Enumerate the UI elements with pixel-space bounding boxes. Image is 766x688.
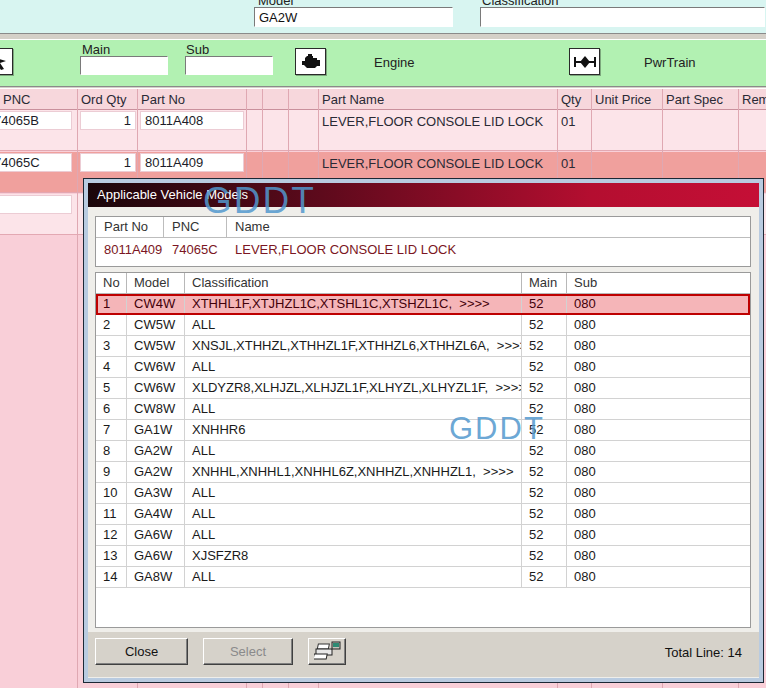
part-name-cell: LEVER,FLOOR CONSOLE LID LOCK [322,153,543,174]
col-header-classification: Classification [185,273,522,293]
partno-field[interactable]: 8011A408 [140,111,244,130]
classification-cell: ALL [185,483,522,503]
col-header-no: No [96,273,127,293]
col-header-name: Name [227,217,750,237]
sub-cell: 080 [567,567,750,587]
col-header-unitprice: Unit Price [595,89,651,110]
ordqty-field[interactable]: 1 [80,153,136,172]
col-header-pnc: PNC [164,217,227,237]
part-name-cell: LEVER,FLOOR CONSOLE LID LOCK [322,111,543,132]
model-row[interactable]: 13 GA6W XJSFZR8 52 080 [96,546,750,567]
classification-cell: ALL [185,399,522,419]
model-row[interactable]: 4 CW6W ALL 52 080 [96,357,750,378]
classification-cell: ALL [185,567,522,587]
dialog-button-bar: Close Select Total Line: 14 [88,632,759,677]
model-cell: CW5W [127,315,185,335]
dialog-title-bar[interactable]: Applicable Vehicle Models [88,183,759,207]
pwrtrain-button-label: PwrTrain [644,55,696,70]
select-button[interactable]: Select [203,638,293,665]
classification-cell: ALL [185,504,522,524]
classification-cell: XNHHL,XNHHL1,XNHHL6Z,XNHHZL,XNHHZL1, >>>… [185,462,522,482]
sub-cell: 080 [567,357,750,377]
model-cell: GA3W [127,483,185,503]
model-cell: GA6W [127,546,185,566]
model-row[interactable]: 6 CW8W ALL 52 080 [96,399,750,420]
model-cell: CW5W [127,336,185,356]
col-header-part-no: Part No [96,217,164,237]
pnc-field[interactable]: 74065B [0,111,72,130]
model-row[interactable]: 11 GA4W ALL 52 080 [96,504,750,525]
qty-cell: 01 [561,153,575,174]
no-cell: 2 [96,315,127,335]
classification-cell: XNSJL,XTHHZL,XTHHZL1F,XTHHZL6,XTHHZL6A, … [185,336,522,356]
no-cell: 8 [96,441,127,461]
no-cell: 14 [96,567,127,587]
model-row[interactable]: 9 GA2W XNHHL,XNHHL1,XNHHL6Z,XNHHZL,XNHHZ… [96,462,750,483]
classification-cell: ALL [185,525,522,545]
model-row[interactable]: 5 CW6W XLDYZR8,XLHJZL,XLHJZL1F,XLHYZL,XL… [96,378,750,399]
partno-field[interactable]: 8011A409 [140,153,244,172]
col-header-partno: Part No [141,89,185,110]
sub-cell: 080 [567,504,750,524]
classification-input[interactable] [480,7,765,27]
pnc-field[interactable]: 74065C [0,153,72,172]
col-header-model: Model [127,273,185,293]
printer-icon [314,641,341,662]
main-cell: 52 [522,420,567,440]
engine-icon [299,53,323,71]
model-input[interactable] [254,7,453,27]
model-row[interactable]: 12 GA6W ALL 52 080 [96,525,750,546]
classification-cell: XTHHL1F,XTJHZL1C,XTSHL1C,XTSHZL1C, >>>> [185,294,522,314]
ordqty-field[interactable]: 1 [80,111,136,130]
sub-cell: 080 [567,546,750,566]
divider [0,33,766,40]
model-row[interactable]: 2 CW5W ALL 52 080 [96,315,750,336]
col-header-partspec: Part Spec [666,89,723,110]
engine-button-label: Engine [374,55,414,70]
model-row[interactable]: 10 GA3W ALL 52 080 [96,483,750,504]
toolbar-partial-button[interactable] [0,48,13,75]
main-cell: 52 [522,315,567,335]
model-cell: GA2W [127,441,185,461]
model-row[interactable]: 14 GA8W ALL 52 080 [96,567,750,588]
model-row-selected[interactable]: 1 CW4W XTHHL1F,XTJHZL1C,XTSHL1C,XTSHZL1C… [96,294,750,315]
print-button[interactable] [308,638,346,665]
main-label: Main [82,42,110,57]
sub-label: Sub [186,42,209,57]
col-header-sub: Sub [567,273,750,293]
no-cell: 1 [96,294,127,314]
engine-button[interactable] [295,48,326,75]
pnc-value: 74065C [164,238,227,264]
classification-cell: XJSFZR8 [185,546,522,566]
col-header-qty: Qty [561,89,581,110]
model-row[interactable]: 7 GA1W XNHHR6 52 080 [96,420,750,441]
no-cell: 3 [96,336,127,356]
sub-cell: 080 [567,462,750,482]
sub-cell: 080 [567,336,750,356]
pwrtrain-button[interactable] [569,48,600,75]
pnc-field[interactable] [0,195,72,214]
model-classification-bar: Model Classification [0,0,766,33]
main-cell: 52 [522,399,567,419]
pwrtrain-icon [573,54,597,70]
qty-cell: 01 [561,111,575,132]
no-cell: 10 [96,483,127,503]
main-cell: 52 [522,504,567,524]
app-window: Model Classification Main Sub Engine [0,0,766,688]
no-cell: 11 [96,504,127,524]
model-cell: GA2W [127,462,185,482]
close-button[interactable]: Close [95,638,188,665]
main-cell: 52 [522,525,567,545]
main-input[interactable] [80,56,168,75]
main-cell: 52 [522,294,567,314]
sub-cell: 080 [567,420,750,440]
main-cell: 52 [522,336,567,356]
sub-cell: 080 [567,525,750,545]
model-row[interactable]: 3 CW5W XNSJL,XTHHZL,XTHHZL1F,XTHHZL6,XTH… [96,336,750,357]
part-info-table: Part No PNC Name 8011A409 74065C LEVER,F… [95,216,751,267]
sub-input[interactable] [185,56,273,75]
no-cell: 5 [96,378,127,398]
part-name-value: LEVER,FLOOR CONSOLE LID LOCK [227,238,750,264]
dialog-body: Applicable Vehicle Models Part No PNC Na… [88,183,759,678]
model-row[interactable]: 8 GA2W ALL 52 080 [96,441,750,462]
